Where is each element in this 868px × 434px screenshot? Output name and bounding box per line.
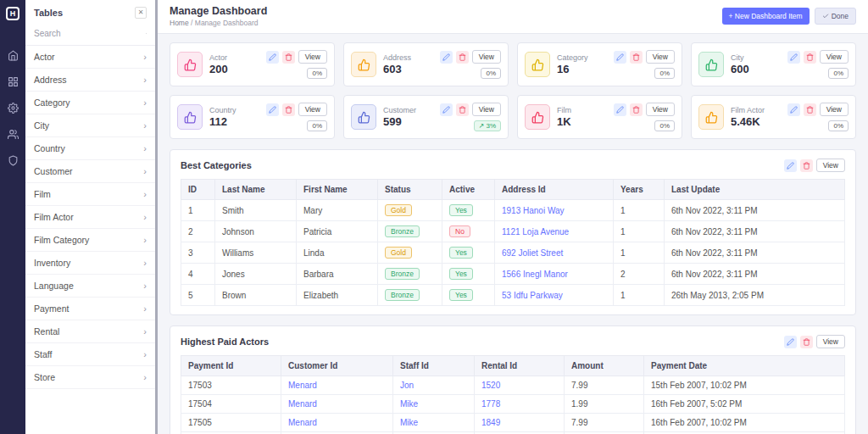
edit-icon[interactable] [614, 103, 626, 116]
chevron-right-icon: › [143, 327, 147, 337]
search-input[interactable] [34, 29, 146, 38]
staff-link[interactable]: Jon [400, 381, 414, 390]
stat-card-label: City [731, 53, 781, 62]
sidebar-item-city[interactable]: City› [25, 114, 155, 137]
staff-link[interactable]: Mike [400, 418, 418, 427]
sidebar-item-country[interactable]: Country› [25, 137, 155, 160]
icon-rail: H [0, 0, 25, 434]
edit-icon[interactable] [787, 51, 800, 64]
delete-icon[interactable] [804, 103, 816, 116]
address-link[interactable]: 692 Joliet Street [502, 248, 563, 258]
status-badge: Bronze [385, 289, 420, 301]
view-button[interactable]: View [820, 103, 849, 116]
cell-last-name: Johnson [215, 221, 297, 242]
customer-link[interactable]: Menard [288, 418, 317, 427]
delete-icon[interactable] [800, 336, 813, 348]
sidebar-item-actor[interactable]: Actor› [25, 46, 155, 69]
status-badge: Bronze [385, 225, 420, 237]
cell-first-name: Elizabeth [297, 285, 378, 306]
delete-icon[interactable] [456, 51, 469, 64]
sidebar-item-inventory[interactable]: Inventory› [25, 252, 155, 275]
column-header: Years [614, 180, 665, 200]
edit-icon[interactable] [784, 336, 797, 348]
users-icon[interactable] [8, 121, 19, 147]
view-button[interactable]: View [646, 103, 675, 116]
sidebar-item-payment[interactable]: Payment› [25, 298, 155, 320]
view-button[interactable]: View [298, 50, 327, 64]
new-dashboard-item-button[interactable]: + New Dashboard Item [722, 8, 810, 25]
view-button[interactable]: View [646, 50, 675, 64]
close-icon[interactable]: ✕ [135, 7, 147, 19]
delete-icon[interactable] [800, 159, 813, 172]
chevron-right-icon: › [143, 98, 147, 108]
edit-icon[interactable] [787, 103, 800, 116]
edit-icon[interactable] [266, 51, 279, 64]
column-header: Address Id [495, 180, 614, 200]
view-button[interactable]: View [472, 50, 501, 64]
stat-card-value: 112 [209, 115, 259, 128]
edit-icon[interactable] [440, 103, 453, 116]
rental-link[interactable]: 1778 [481, 399, 500, 409]
search-icon[interactable] [146, 29, 147, 38]
sidebar-item-store[interactable]: Store› [25, 366, 155, 389]
sidebar-item-label: Category [34, 97, 70, 108]
delete-icon[interactable] [282, 103, 295, 116]
delete-icon[interactable] [804, 51, 816, 64]
breadcrumb-home-link[interactable]: Home [170, 19, 189, 27]
customer-link[interactable]: Menard [288, 381, 317, 390]
cell-id: 3 [181, 242, 215, 264]
column-header: Last Update [665, 180, 845, 200]
view-button[interactable]: View [820, 50, 849, 64]
cell-payment-id: 17505 [181, 414, 281, 432]
address-link[interactable]: 1913 Hanoi Way [502, 206, 565, 215]
address-link[interactable]: 53 Idfu Parkway [502, 291, 563, 300]
edit-icon[interactable] [440, 51, 453, 64]
view-button[interactable]: View [472, 103, 501, 116]
sidebar-item-film[interactable]: Film› [25, 183, 155, 206]
shield-icon[interactable] [8, 147, 19, 174]
view-button[interactable]: View [816, 159, 845, 172]
sidebar-item-film-category[interactable]: Film Category› [25, 229, 155, 252]
delete-icon[interactable] [630, 51, 643, 64]
sidebar-item-staff[interactable]: Staff› [25, 343, 155, 366]
sidebar-item-language[interactable]: Language› [25, 275, 155, 298]
delete-icon[interactable] [456, 103, 469, 116]
stat-card-film-actor: Film Actor 5.46K View 0% [691, 95, 856, 139]
dashboard-content: Actor 200 View 0% Address 603 [158, 34, 868, 434]
settings-icon[interactable] [8, 95, 19, 121]
active-badge: Yes [449, 204, 473, 216]
rental-link[interactable]: 1849 [481, 418, 500, 427]
table-row: 1 Smith Mary Gold Yes 1913 Hanoi Way 1 6… [181, 200, 845, 221]
sidebar-item-rental[interactable]: Rental› [25, 320, 155, 343]
cell-first-name: Patricia [297, 221, 378, 242]
sidebar-item-customer[interactable]: Customer› [25, 160, 155, 183]
table-row: 17503 Menard Jon 1520 7.99 15th Feb 2007… [181, 376, 845, 395]
sidebar-item-address[interactable]: Address› [25, 69, 155, 92]
chevron-right-icon: › [143, 350, 147, 359]
delete-icon[interactable] [282, 51, 295, 64]
view-button[interactable]: View [816, 335, 845, 348]
chevron-right-icon: › [143, 259, 147, 268]
address-link[interactable]: 1566 Inegl Manor [502, 270, 568, 279]
home-icon[interactable] [8, 42, 19, 69]
sidebar-item-category[interactable]: Category› [25, 92, 155, 114]
address-link[interactable]: 1121 Loja Avenue [502, 227, 569, 236]
edit-icon[interactable] [784, 159, 797, 172]
cell-first-name: Linda [297, 242, 378, 264]
table-row: 17505 Menard Mike 1849 7.99 16th Feb 200… [181, 414, 845, 432]
tables-icon[interactable] [8, 69, 19, 95]
done-button[interactable]: Done [815, 8, 856, 25]
customer-link[interactable]: Menard [288, 399, 317, 409]
edit-icon[interactable] [266, 103, 279, 116]
status-badge: Gold [385, 204, 412, 216]
cell-last-name: Jones [215, 264, 297, 285]
stat-card-city: City 600 View 0% [691, 42, 856, 86]
sidebar-item-film-actor[interactable]: Film Actor› [25, 206, 155, 229]
delete-icon[interactable] [630, 103, 643, 116]
edit-icon[interactable] [614, 51, 626, 64]
view-button[interactable]: View [298, 103, 327, 116]
highest-paid-actors-table: Payment Id Customer Id Staff Id Rental I… [181, 355, 845, 434]
staff-link[interactable]: Mike [400, 399, 418, 409]
rental-link[interactable]: 1520 [481, 381, 500, 390]
best-categories-table: ID Last Name First Name Status Active Ad… [181, 179, 845, 306]
